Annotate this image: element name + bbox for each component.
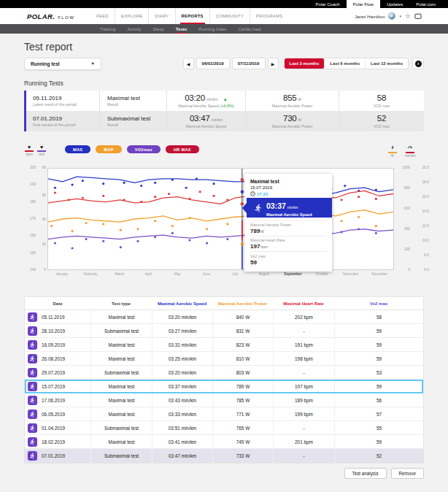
data-point-hr-max[interactable] xyxy=(375,198,377,200)
data-point-hr-max[interactable] xyxy=(102,195,104,197)
data-point-map[interactable] xyxy=(226,223,228,225)
data-point-mas[interactable] xyxy=(185,187,188,189)
next-period-button[interactable]: ▶ xyxy=(268,58,279,69)
data-point-hr-max[interactable] xyxy=(68,199,70,201)
data-point-hr-max[interactable] xyxy=(199,191,201,193)
data-point-map[interactable] xyxy=(188,217,190,219)
table-row[interactable]: 29.07.2019Submaximal test03:20 min/km803… xyxy=(25,366,423,380)
favorites-star-icon[interactable]: ☆ xyxy=(405,13,411,20)
data-point-mas[interactable] xyxy=(140,185,142,187)
legend-pill-vo2max[interactable]: VO2max xyxy=(127,145,161,153)
prev-period-button[interactable]: ◀ xyxy=(183,58,194,69)
data-point-mas[interactable] xyxy=(375,188,377,191)
data-point-map[interactable] xyxy=(120,229,122,231)
table-row[interactable]: 28.10.2019Submaximal test03:27 min/km831… xyxy=(25,324,423,338)
subnav-item-training[interactable]: Training xyxy=(95,24,120,34)
subnav-item-tests[interactable]: Tests xyxy=(171,24,192,34)
subnav-item-running-index[interactable]: Running Index xyxy=(193,24,232,34)
chart-plot[interactable] xyxy=(47,168,394,270)
data-point-hr-max[interactable] xyxy=(154,196,156,198)
data-point-map[interactable] xyxy=(136,228,139,230)
data-point-mas[interactable] xyxy=(102,182,104,185)
data-point-vo2max[interactable] xyxy=(154,236,156,238)
table-row[interactable]: 26.08.2019Maximal test03:25 min/km810 W1… xyxy=(25,352,423,366)
nav-item-diary[interactable]: DIARY xyxy=(148,8,174,24)
data-point-mas[interactable] xyxy=(196,177,198,180)
data-point-map[interactable] xyxy=(102,223,104,225)
data-point-mas[interactable] xyxy=(72,184,74,186)
data-point-vo2max[interactable] xyxy=(72,247,74,249)
data-point-hr-max[interactable] xyxy=(123,199,125,201)
table-row[interactable]: 16.09.2019Maximal test03:31 min/km823 W1… xyxy=(25,338,423,352)
data-point-hr-max[interactable] xyxy=(168,193,170,195)
test-type-dropdown[interactable]: Running test ▼ xyxy=(24,58,101,70)
summary-row-latest[interactable]: 05.11.2019Latest result of the period Ma… xyxy=(26,91,424,111)
nav-item-reports[interactable]: REPORTS xyxy=(175,8,209,24)
data-point-map[interactable] xyxy=(154,220,156,222)
user-name[interactable]: Janet Hamilton xyxy=(355,14,385,19)
col-header-maximal-heart-rate[interactable]: Maximal Heart Rate xyxy=(273,297,334,310)
col-header-maximal-aerobic-power[interactable]: Maximal Aerobic Power xyxy=(212,297,273,310)
data-point-mas[interactable] xyxy=(82,180,84,182)
data-point-mas[interactable] xyxy=(171,179,174,181)
table-row[interactable]: 06.05.2019Maximal test03:33 min/km771 W1… xyxy=(25,407,423,421)
col-header-test-type[interactable]: Test type xyxy=(90,297,152,310)
data-point-vo2max[interactable] xyxy=(340,231,342,233)
data-point-mas[interactable] xyxy=(154,182,156,184)
remove-button[interactable]: Remove xyxy=(391,468,424,479)
data-point-hr-max[interactable] xyxy=(226,199,228,201)
data-point-map[interactable] xyxy=(375,225,377,227)
data-point-mas[interactable] xyxy=(123,182,125,184)
data-point-map[interactable] xyxy=(72,230,74,232)
data-point-vo2max[interactable] xyxy=(206,242,208,245)
legend-pill-hr-max[interactable]: HR MAX xyxy=(166,145,199,153)
test-analysis-button[interactable]: Test analysis xyxy=(344,468,387,479)
table-row[interactable]: 01.04.2019Submaximal test03:51 min/km765… xyxy=(25,421,423,435)
data-point-vo2max[interactable] xyxy=(102,240,104,242)
subnav-item-activity[interactable]: Activity xyxy=(122,24,146,34)
table-row[interactable]: 07.01.2019Submaximal test03:47 min/km733… xyxy=(25,449,423,463)
data-point-mas[interactable] xyxy=(212,182,215,185)
col-header-date[interactable]: Date xyxy=(25,297,90,310)
legend-pill-map[interactable]: MAP xyxy=(96,145,121,153)
table-row[interactable]: 15.07.2019Maximal test03:37 min/km789 W1… xyxy=(25,380,423,393)
legend-pill-mas[interactable]: MAS xyxy=(65,145,90,153)
data-point-vo2max[interactable] xyxy=(171,232,174,234)
info-button[interactable]: i xyxy=(412,58,424,69)
data-point-map[interactable] xyxy=(50,225,53,227)
data-point-vo2max[interactable] xyxy=(188,239,190,241)
table-row[interactable]: 18.02.2019Maximal test03:41 min/km749 W2… xyxy=(25,435,423,449)
data-point-mas[interactable] xyxy=(54,187,56,189)
nav-item-feed[interactable]: FEED xyxy=(90,8,115,24)
data-point-hr-max[interactable] xyxy=(358,196,360,198)
nav-item-community[interactable]: COMMUNITY xyxy=(209,8,250,24)
data-point-vo2max[interactable] xyxy=(85,238,87,240)
data-point-mas[interactable] xyxy=(344,185,346,187)
data-point-hr-max[interactable] xyxy=(140,201,142,203)
data-point-vo2max[interactable] xyxy=(136,240,139,242)
data-point-hr-max[interactable] xyxy=(54,192,56,194)
data-point-hr-max[interactable] xyxy=(340,199,342,201)
data-point-vo2max[interactable] xyxy=(358,228,360,230)
feedback-icon[interactable] xyxy=(414,13,422,20)
data-point-hr-max[interactable] xyxy=(82,196,84,199)
summary-row-first[interactable]: 07.01.2019First results of the period Su… xyxy=(26,111,424,131)
data-point-map[interactable] xyxy=(358,216,360,218)
data-point-map[interactable] xyxy=(85,222,87,224)
topbar-link-updates[interactable]: Updates xyxy=(380,0,409,8)
start-date-input[interactable]: 06/01/2019 xyxy=(196,58,230,69)
table-row[interactable]: 05.11.2019Maximal test03:20 min/km840 W2… xyxy=(25,310,423,324)
data-point-map[interactable] xyxy=(206,228,208,230)
data-point-map[interactable] xyxy=(171,225,174,227)
avatar[interactable] xyxy=(388,12,395,20)
data-point-map[interactable] xyxy=(340,220,342,222)
polar-logo[interactable]: POLAR. FLOW xyxy=(27,12,74,20)
col-header-maximal-aerobic-speed[interactable]: Maximal Aerobic Speed xyxy=(152,297,212,310)
data-point-vo2max[interactable] xyxy=(120,246,122,248)
topbar-link-polar-flow[interactable]: Polar Flow xyxy=(347,0,380,8)
data-point-hr-max[interactable] xyxy=(188,198,190,200)
data-point-hr-max[interactable] xyxy=(212,195,215,197)
range-last-3-months[interactable]: Last 3 months xyxy=(285,58,325,69)
range-last-12-months[interactable]: Last 12 months xyxy=(365,58,408,69)
topbar-link-polar-coach[interactable]: Polar Coach xyxy=(309,0,347,8)
